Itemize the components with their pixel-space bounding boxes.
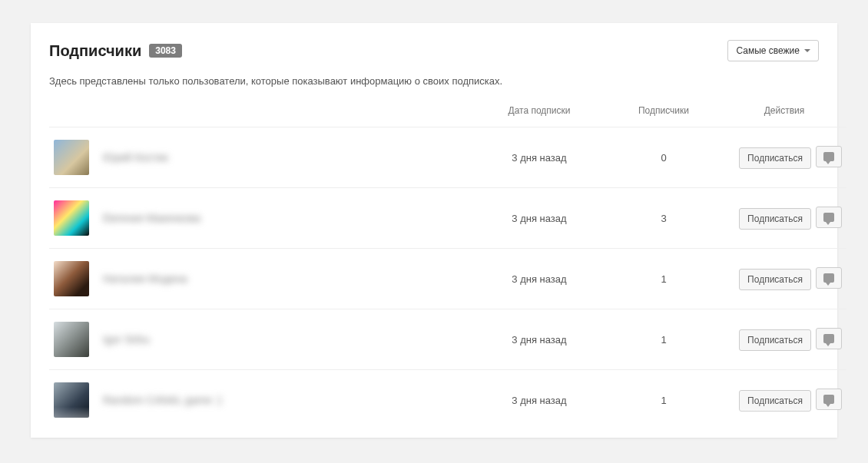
subscribe-date: 3 дня назад xyxy=(473,309,605,370)
user-cell: Наталия Модена xyxy=(49,249,473,309)
username-link[interactable]: Евгения Макенкова xyxy=(103,212,200,224)
caret-down-icon xyxy=(804,49,810,52)
subscribe-button[interactable]: Подписаться xyxy=(739,147,811,169)
subscriber-count: 1 xyxy=(605,309,722,370)
username-link[interactable]: Юрий Костик xyxy=(103,151,168,164)
avatar[interactable] xyxy=(54,200,89,236)
user-cell: Евгения Макенкова xyxy=(49,188,473,248)
subscribers-panel: Подписчики 3083 Самые свежие Здесь предс… xyxy=(31,23,837,438)
actions-cell: Подписаться xyxy=(722,127,846,188)
subscribe-button[interactable]: Подписаться xyxy=(739,269,811,290)
message-button[interactable] xyxy=(816,328,842,349)
avatar[interactable] xyxy=(54,322,89,357)
subscriber-count: 3 xyxy=(605,188,722,249)
subscribe-date: 3 дня назад xyxy=(473,127,605,188)
actions-cell: Подписаться xyxy=(722,370,846,431)
col-user xyxy=(49,98,473,127)
panel-header: Подписчики 3083 Самые свежие xyxy=(49,40,819,61)
chat-icon xyxy=(823,152,834,161)
message-button[interactable] xyxy=(816,389,842,410)
col-actions: Действия xyxy=(722,98,846,127)
col-subscribers: Подписчики xyxy=(605,98,722,127)
subscriber-count: 1 xyxy=(605,370,722,431)
subscribe-button[interactable]: Подписаться xyxy=(739,329,811,351)
table-row: Евгения Макенкова3 дня назад3Подписаться xyxy=(49,188,846,249)
username-link[interactable]: Random CANAL game :) xyxy=(103,394,221,406)
user-cell: Igor Sirbu xyxy=(49,309,473,369)
actions-cell: Подписаться xyxy=(722,188,846,249)
table-row: Igor Sirbu3 дня назад1Подписаться xyxy=(49,309,846,370)
subtitle-text: Здесь представлены только пользователи, … xyxy=(49,75,819,87)
subscribers-table: Дата подписки Подписчики Действия Юрий К… xyxy=(49,98,846,430)
table-header-row: Дата подписки Подписчики Действия xyxy=(49,98,846,127)
subscriber-count: 1 xyxy=(605,249,722,309)
avatar[interactable] xyxy=(54,382,89,418)
table-row: Наталия Модена3 дня назад1Подписаться xyxy=(49,249,846,309)
message-button[interactable] xyxy=(816,207,842,228)
subscriber-count: 0 xyxy=(605,127,722,188)
subscribe-date: 3 дня назад xyxy=(473,249,605,309)
col-date: Дата подписки xyxy=(473,98,605,127)
subscribe-button[interactable]: Подписаться xyxy=(739,390,811,412)
chat-icon xyxy=(823,395,834,404)
chat-icon xyxy=(823,273,834,283)
actions-cell: Подписаться xyxy=(722,309,846,370)
message-button[interactable] xyxy=(816,267,842,289)
avatar[interactable] xyxy=(54,261,89,296)
subscribe-date: 3 дня назад xyxy=(473,188,605,249)
subscribers-count-badge: 3083 xyxy=(149,44,182,58)
page-title: Подписчики xyxy=(49,42,141,60)
avatar[interactable] xyxy=(54,140,89,175)
subscribe-button[interactable]: Подписаться xyxy=(739,208,811,230)
title-wrap: Подписчики 3083 xyxy=(49,42,182,60)
actions-cell: Подписаться xyxy=(722,249,846,309)
username-link[interactable]: Igor Sirbu xyxy=(103,333,150,346)
username-link[interactable]: Наталия Модена xyxy=(103,273,187,285)
chat-icon xyxy=(823,334,834,343)
sort-dropdown[interactable]: Самые свежие xyxy=(727,40,819,61)
subscribe-date: 3 дня назад xyxy=(473,370,605,431)
sort-label: Самые свежие xyxy=(736,45,800,56)
user-cell: Юрий Костик xyxy=(49,127,473,187)
chat-icon xyxy=(823,213,834,222)
table-row: Юрий Костик3 дня назад0Подписаться xyxy=(49,127,846,188)
table-row: Random CANAL game :)3 дня назад1Подписат… xyxy=(49,370,846,431)
user-cell: Random CANAL game :) xyxy=(49,370,473,430)
message-button[interactable] xyxy=(816,146,842,167)
